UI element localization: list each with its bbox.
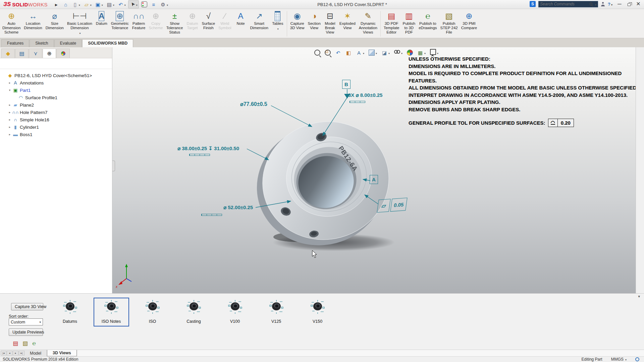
auto-dimension-scheme-tool[interactable] [3,60,9,67]
ribbon-button-model-break-view[interactable]: ⊟ Model Break View [322,10,338,38]
featuremanager-tab[interactable]: ◆ [1,49,15,58]
document-tab-3d-views[interactable]: 3D Views [47,350,77,356]
view-orientation-button[interactable] [368,49,378,56]
ribbon-button-publish-to-edrawings[interactable]: ℮ Publish to eDrawings [417,10,438,38]
selection-filter-button[interactable] [140,1,148,8]
custom-properties-tab[interactable] [637,95,643,101]
ribbon-button-tables[interactable]: Tables [270,10,285,38]
options-list-button[interactable]: ≡ [150,1,158,8]
settings-button[interactable]: ⚙ [159,1,169,8]
annotation-views-button[interactable]: A [355,49,365,56]
datum-stamp-tool[interactable] [43,60,50,67]
publish-edrawings-icon[interactable]: ℮ [32,341,36,346]
ribbon-button-publish-step-242-file[interactable]: ▧ Publish STEP 242 File [439,10,460,38]
ribbon-button-surface-finish[interactable]: √ Surface Finish [200,10,217,38]
datum-target-tool[interactable] [63,60,70,67]
tree-item-annotations[interactable]: A Annotations [0,79,112,86]
close-button[interactable]: ✕ [634,1,643,7]
ribbon-button-datum[interactable]: A Datum [94,10,109,38]
hole-pattern-fcf[interactable] [350,101,365,103]
ribbon-button-3d-pmi-compare[interactable]: ⊕ 3D PMI Compare [460,10,479,38]
displaymanager-tab[interactable] [56,49,70,58]
resources-tab[interactable] [637,50,643,56]
ribbon-button-weld-symbol[interactable]: ∕ Weld Symbol [217,10,233,38]
doc-nav-last[interactable]: ▸| [19,351,24,356]
search-scope-icon[interactable]: S [530,1,536,7]
tree-item-plane2[interactable]: ▰ Plane2 [0,101,112,109]
flatness-fcf[interactable]: ▱ 0.05 [377,198,407,213]
expand-arrow-icon[interactable] [7,81,12,84]
publish-3d-pdf-icon[interactable]: ▤ [13,341,18,346]
display-style-button[interactable]: ◪ [381,49,390,56]
expand-arrow-icon[interactable] [7,118,12,121]
login-icon[interactable] [601,2,605,6]
sort-order-select[interactable]: Custom▾ [9,318,43,325]
graphics-area[interactable]: x ↶◧A◪▦ UNLESS OTHERWISE SPECIFIED:DIMEN… [112,47,636,293]
ribbon-button-show-tolerance-status[interactable]: ± Show Tolerance Status [165,10,185,38]
datum-b-flag[interactable]: B [342,80,351,89]
menu-expand-button[interactable]: ▸ [52,1,60,8]
ribbon-tab-solidworks-mbd[interactable]: SOLIDWORKS MBD [82,39,133,47]
save-button[interactable]: ▣ [94,1,104,8]
view-thumbnail-iso[interactable]: ISO [132,294,173,326]
update-previews-button[interactable]: Update Previews [9,328,43,336]
tree-item-part1[interactable]: ▣ Part1 [0,86,112,94]
open-button[interactable]: ▱ [83,1,93,8]
undo-button[interactable]: ↶ [117,1,127,8]
tree-item-hole-pattern7[interactable]: ∩∩ Hole Pattern7 [0,109,112,116]
help-button[interactable]: ? [608,2,612,7]
design-library-tab[interactable] [637,59,643,65]
ribbon-button-exploded-view[interactable]: ✶ Exploded View [338,10,357,38]
view-thumbnail-v125[interactable]: V125 [256,294,297,326]
search-commands-box[interactable] [538,1,598,7]
view-thumbnail-v100[interactable]: V100 [214,294,256,326]
new-document-button[interactable]: ▯ [71,1,81,8]
collapse-panel-icon[interactable]: ▾ [638,294,640,299]
zoom-to-fit-button[interactable] [314,49,321,56]
flange-diameter-dimension[interactable]: ⌀77.60±0.5 [240,101,267,107]
bore-dimension[interactable]: ⌀ 38.00±0.25 ↧ 31.00±0.50 [177,145,239,152]
spigot-fcf[interactable] [201,214,222,216]
ribbon-button-3d-pdf-template-editor[interactable]: ▤ 3D PDF Template Editor [382,10,401,38]
search-dropdown-icon[interactable] [594,2,596,7]
profile-tolerance-frame[interactable]: ◠ 0.20 [548,119,574,127]
view-thumbnail-iso-notes[interactable]: ISO Notes [91,294,132,326]
units-selector[interactable]: MMGS [611,357,627,362]
datum-a-flag[interactable]: A [370,175,378,184]
tree-item-surface-profile1[interactable]: ◠ Surface Profile1 [0,94,112,101]
tree-item-pb12-6-lsd-hyd-cover-scheme51[interactable]: ◆ PB12-6, LSD HYD Cover<Scheme51> [0,72,112,79]
section-view-button[interactable]: ◧ [345,49,352,56]
propertymanager-tab[interactable]: ▤ [15,49,29,58]
general-notes[interactable]: UNLESS OTHERWISE SPECIFIED:DIMENSIONS AR… [409,55,636,127]
panel-splitter-handle[interactable] [112,161,115,171]
view-thumbnail-datums[interactable]: Datums [49,294,91,326]
ribbon-button-note[interactable]: A Note [233,10,249,38]
copy-scheme-tool[interactable] [13,60,19,67]
previous-view-button[interactable]: ↶ [334,49,342,56]
expand-arrow-icon[interactable] [7,88,12,92]
hide-show-items-button[interactable] [393,49,403,56]
ribbon-tab-evaluate[interactable]: Evaluate [54,39,82,47]
tree-item-simple-hole16[interactable]: ∩ Simple Hole16 [0,116,112,123]
ribbon-button-datum-target[interactable]: ⊕ Datum Target [185,10,200,38]
ribbon-button-pattern-feature[interactable]: ∩∩ Pattern Feature [130,10,147,38]
file-explorer-tab[interactable] [637,68,643,74]
expand-arrow-icon[interactable] [7,111,12,114]
tags-icon[interactable] [635,357,639,361]
ribbon-button-section-view[interactable]: ◑ Section View [306,10,322,38]
expand-arrow-icon[interactable] [7,125,12,129]
doc-nav-next[interactable]: ▸ [13,351,18,356]
doc-nav-prev[interactable]: ◂ [7,351,12,356]
ribbon-button-copy-scheme[interactable]: ⊕ Copy Scheme [147,10,164,38]
zoom-to-area-button[interactable] [324,49,331,56]
home-button[interactable]: ⌂ [62,1,70,8]
show-tolerance-status-tool[interactable] [53,60,60,67]
hole-pattern-dimension[interactable]: 3X ⌀ 8.00±0.25 [348,92,382,98]
size-frame-tool[interactable] [73,60,80,67]
appearances-tab[interactable] [637,86,643,92]
leader-tool[interactable] [33,60,40,67]
expand-arrow-icon[interactable] [7,133,12,136]
configurationmanager-tab[interactable]: ⋎ [29,49,42,58]
publish-step-icon[interactable]: ▧ [22,341,28,346]
select-button[interactable]: ➤ [128,0,139,8]
